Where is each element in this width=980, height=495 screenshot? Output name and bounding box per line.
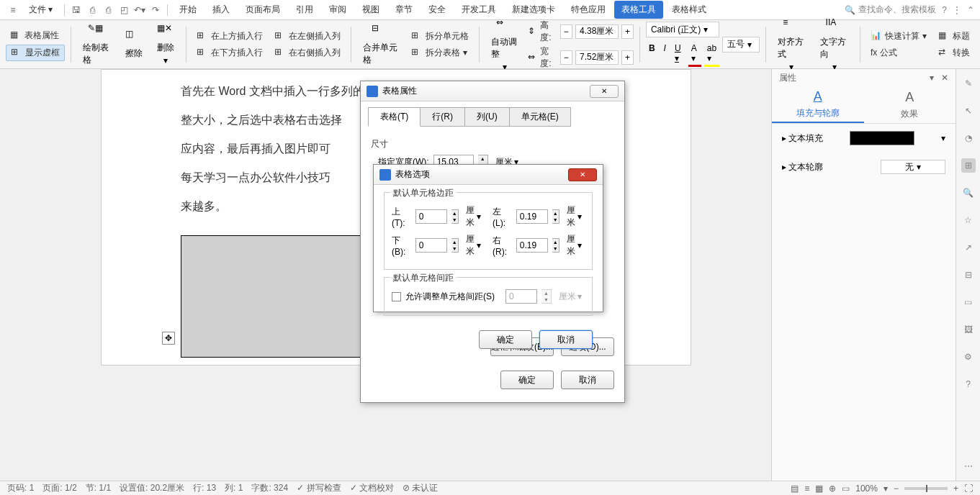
insert-col-right-button[interactable]: ⊞在右侧插入列 (270, 45, 345, 60)
tab-start[interactable]: 开始 (172, 1, 204, 19)
tab-security[interactable]: 安全 (421, 1, 453, 19)
margin-bottom-spinner[interactable]: ▲▼ (451, 238, 459, 253)
view-mode-1-icon[interactable]: ▤ (791, 483, 799, 494)
view-mode-2-icon[interactable]: ≡ (804, 483, 809, 494)
dialog-titlebar[interactable]: 表格属性 ✕ (361, 81, 624, 101)
more-icon[interactable]: ⋮ (953, 5, 961, 15)
search-box[interactable]: 🔍查找命令、搜索模板 (845, 4, 936, 16)
close-button[interactable]: ✕ (590, 85, 619, 98)
tab-insert[interactable]: 插入 (205, 1, 237, 19)
draw-table-button[interactable]: ✎▦绘制表格 (77, 22, 117, 68)
tab-row[interactable]: 行(R) (420, 107, 465, 127)
tab-table-tools[interactable]: 表格工具 (614, 1, 663, 19)
underline-button[interactable]: U ▾ (672, 42, 685, 67)
tab-table[interactable]: 表格(T) (368, 107, 421, 127)
table-props-button[interactable]: ▦表格属性 (6, 28, 65, 43)
status-spell[interactable]: ✓ 拼写检查 (297, 482, 341, 494)
undo-icon[interactable]: ↶▾ (132, 3, 147, 17)
unit-left[interactable]: 厘米▾ (564, 204, 585, 229)
view-mode-3-icon[interactable]: ▦ (815, 483, 823, 494)
status-page[interactable]: 页码: 1 (7, 482, 34, 494)
unit-right[interactable]: 厘米▾ (564, 233, 585, 258)
erase-button[interactable]: ◫擦除 (120, 27, 148, 61)
share-icon[interactable]: ↗ (961, 240, 976, 255)
fullscreen-icon[interactable]: ⛶ (964, 483, 973, 494)
font-color-button[interactable]: A ▾ (688, 42, 701, 67)
ok-button-2[interactable]: 确定 (479, 330, 532, 349)
clipboard-icon[interactable]: ◔ (961, 131, 976, 145)
ok-button-1[interactable]: 确定 (500, 371, 554, 389)
merge-cells-button[interactable]: ⊟合并单元格 (357, 22, 404, 68)
highlight-button[interactable]: ab ▾ (704, 42, 720, 67)
edit-icon[interactable]: ✎ (961, 76, 976, 91)
print-icon[interactable]: ⎙ (101, 3, 115, 17)
tab-fill-outline[interactable]: A填充与轮廓 (772, 86, 864, 123)
margin-top-input[interactable] (415, 209, 447, 224)
insert-row-below-button[interactable]: ⊞在下方插入行 (192, 45, 267, 60)
text-outline-row[interactable]: ▸ 文本轮廓 无 ▾ (772, 153, 956, 181)
unit-bottom[interactable]: 厘米▾ (463, 233, 484, 258)
status-pages[interactable]: 页面: 1/2 (42, 482, 76, 494)
search-icon-2[interactable]: 🔍 (961, 186, 976, 200)
fill-color-swatch[interactable] (850, 131, 914, 145)
insert-row-above-button[interactable]: ⊞在上方插入行 (192, 29, 267, 44)
height-minus-button[interactable]: − (560, 24, 572, 39)
unit-top[interactable]: 厘米▾ (463, 204, 484, 229)
zoom-out-button[interactable]: − (894, 483, 899, 494)
textdir-button[interactable]: IIA文字方向▾ (814, 16, 854, 73)
table-move-handle[interactable]: ✥ (162, 332, 175, 345)
menu-icon[interactable]: ≡ (6, 3, 20, 17)
align-button[interactable]: ≡对齐方式▾ (772, 16, 812, 73)
status-pos[interactable]: 设置值: 20.2厘米 (120, 482, 184, 494)
quickcalc-button[interactable]: 📊快速计算▾ (866, 29, 931, 44)
collapse-icon[interactable]: ⌃ (967, 5, 974, 15)
margin-right-spinner[interactable]: ▲▼ (552, 238, 559, 253)
margin-left-spinner[interactable]: ▲▼ (552, 209, 559, 224)
margin-top-spinner[interactable]: ▲▼ (451, 209, 459, 224)
star-icon[interactable]: ☆ (961, 213, 976, 227)
status-proof[interactable]: ✓ 文档校对 (350, 482, 394, 494)
status-section[interactable]: 节: 1/1 (86, 482, 111, 494)
tab-references[interactable]: 引用 (289, 1, 320, 19)
status-words[interactable]: 字数: 324 (251, 482, 288, 494)
margin-bottom-input[interactable] (415, 238, 447, 253)
width-input[interactable] (575, 50, 619, 65)
height-input[interactable] (575, 24, 619, 39)
tab-special[interactable]: 特色应用 (564, 1, 613, 19)
outline-select[interactable]: 无 ▾ (881, 160, 945, 174)
nav-icon[interactable]: ⊟ (961, 268, 976, 282)
height-plus-button[interactable]: + (621, 24, 634, 39)
tab-view[interactable]: 视图 (355, 1, 387, 19)
margin-right-input[interactable] (516, 238, 548, 253)
file-menu[interactable]: 文件 ▾ (22, 1, 60, 19)
width-minus-button[interactable]: − (560, 50, 572, 65)
image-icon[interactable]: 🖼 (961, 322, 976, 337)
save-icon[interactable]: 🖫 (69, 3, 84, 17)
tab-table-style[interactable]: 表格样式 (665, 1, 714, 19)
text-fill-row[interactable]: ▸ 文本填充 ▾ (772, 124, 956, 153)
tab-effects[interactable]: A效果 (864, 86, 956, 123)
more-tools-icon[interactable]: ⋯ (961, 459, 976, 473)
tab-cell[interactable]: 单元格(E) (509, 107, 571, 127)
tools-icon[interactable]: ⚙ (961, 350, 976, 364)
allow-spacing-checkbox[interactable] (392, 292, 401, 301)
formula-button[interactable]: fx 公式 (866, 45, 931, 60)
help-icon[interactable]: ? (942, 5, 947, 15)
convert-button[interactable]: ⇄转换 (934, 45, 974, 60)
tab-review[interactable]: 审阅 (322, 1, 354, 19)
redo-icon[interactable]: ↷ (148, 3, 163, 17)
tab-col[interactable]: 列(U) (464, 107, 510, 127)
margin-left-input[interactable] (516, 209, 548, 224)
help-icon-2[interactable]: ? (961, 377, 976, 391)
title-row-button[interactable]: ▦标题 (934, 29, 974, 44)
bold-button[interactable]: B (646, 42, 658, 67)
autofit-button[interactable]: ⇔自动调整▾ (485, 16, 525, 73)
status-auth[interactable]: ⊘ 未认证 (403, 482, 438, 494)
select-icon[interactable]: ↖ (961, 104, 976, 118)
layout-icon[interactable]: ▭ (961, 295, 976, 309)
view-mode-5-icon[interactable]: ▭ (842, 483, 850, 494)
zoom-slider[interactable] (904, 487, 948, 490)
cancel-button-1[interactable]: 取消 (561, 371, 614, 389)
preview-icon[interactable]: ◰ (117, 3, 131, 17)
width-plus-button[interactable]: + (621, 50, 634, 65)
